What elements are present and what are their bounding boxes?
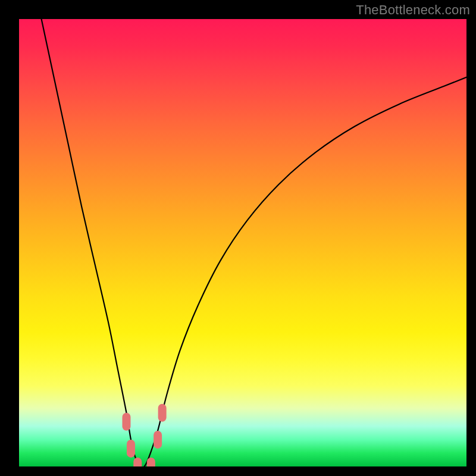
watermark-text: TheBottleneck.com bbox=[356, 2, 470, 18]
marker-left-lower bbox=[127, 440, 135, 458]
chart-frame: TheBottleneck.com bbox=[0, 0, 476, 476]
plot-area bbox=[19, 19, 466, 466]
marker-right-lower bbox=[154, 431, 162, 449]
marker-bottom-right bbox=[147, 458, 155, 466]
curve-layer bbox=[42, 19, 466, 466]
marker-bottom-left bbox=[133, 458, 142, 466]
bottleneck-curve bbox=[42, 19, 466, 466]
marker-left-upper bbox=[122, 413, 130, 431]
chart-svg bbox=[19, 19, 466, 466]
marker-layer bbox=[122, 404, 166, 466]
marker-right-upper bbox=[158, 404, 167, 422]
